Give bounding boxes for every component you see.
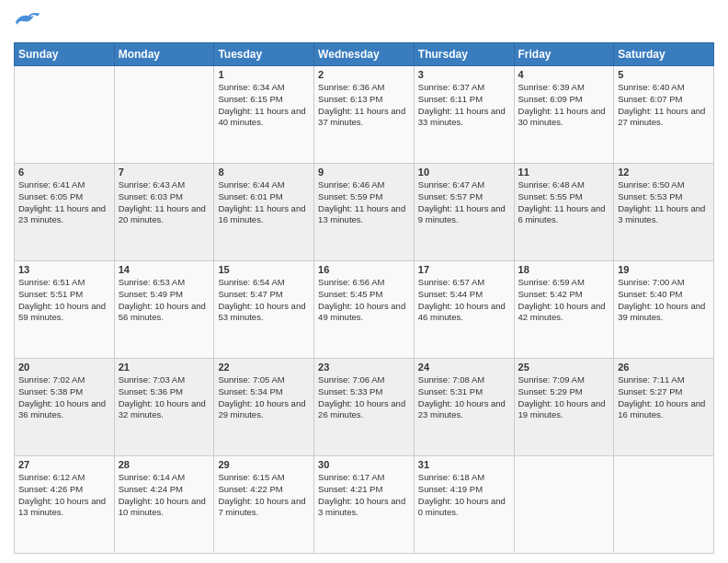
day-number: 18 (518, 264, 610, 275)
header-cell-saturday: Saturday (614, 43, 714, 66)
day-info: Sunrise: 6:43 AM Sunset: 6:03 PM Dayligh… (119, 179, 210, 226)
day-cell: 23Sunrise: 7:06 AM Sunset: 5:33 PM Dayli… (314, 359, 415, 456)
day-number: 17 (418, 264, 510, 275)
day-number: 26 (618, 362, 710, 373)
day-info: Sunrise: 6:56 AM Sunset: 5:45 PM Dayligh… (318, 277, 410, 324)
day-cell: 10Sunrise: 6:47 AM Sunset: 5:57 PM Dayli… (414, 164, 514, 261)
day-number: 22 (218, 362, 310, 373)
day-number: 19 (618, 264, 710, 275)
day-number: 6 (18, 167, 110, 178)
day-cell: 14Sunrise: 6:53 AM Sunset: 5:49 PM Dayli… (114, 261, 214, 359)
week-row-2: 13Sunrise: 6:51 AM Sunset: 5:51 PM Dayli… (15, 261, 714, 359)
day-info: Sunrise: 7:02 AM Sunset: 5:38 PM Dayligh… (18, 374, 110, 421)
day-cell (114, 66, 214, 164)
day-cell: 6Sunrise: 6:41 AM Sunset: 6:05 PM Daylig… (15, 164, 115, 261)
day-cell (614, 456, 714, 554)
day-info: Sunrise: 7:11 AM Sunset: 5:27 PM Dayligh… (618, 374, 710, 421)
day-number: 13 (18, 264, 110, 275)
day-number: 27 (18, 459, 110, 470)
day-cell: 8Sunrise: 6:44 AM Sunset: 6:01 PM Daylig… (214, 164, 314, 261)
day-cell: 26Sunrise: 7:11 AM Sunset: 5:27 PM Dayli… (614, 359, 714, 456)
day-number: 24 (418, 362, 510, 373)
day-number: 23 (318, 362, 410, 373)
week-row-3: 20Sunrise: 7:02 AM Sunset: 5:38 PM Dayli… (15, 359, 714, 456)
day-info: Sunrise: 6:39 AM Sunset: 6:09 PM Dayligh… (518, 82, 610, 129)
day-cell: 12Sunrise: 6:50 AM Sunset: 5:53 PM Dayli… (614, 164, 714, 261)
day-info: Sunrise: 6:18 AM Sunset: 4:19 PM Dayligh… (418, 472, 510, 519)
day-info: Sunrise: 6:53 AM Sunset: 5:49 PM Dayligh… (119, 277, 210, 324)
day-number: 16 (318, 264, 410, 275)
day-number: 1 (218, 69, 310, 80)
day-cell: 28Sunrise: 6:14 AM Sunset: 4:24 PM Dayli… (114, 456, 214, 554)
day-info: Sunrise: 7:08 AM Sunset: 5:31 PM Dayligh… (418, 374, 510, 421)
day-info: Sunrise: 6:40 AM Sunset: 6:07 PM Dayligh… (618, 82, 710, 129)
day-number: 9 (318, 167, 410, 178)
day-cell: 1Sunrise: 6:34 AM Sunset: 6:15 PM Daylig… (214, 66, 314, 164)
day-cell (15, 66, 115, 164)
day-number: 14 (119, 264, 210, 275)
day-cell: 2Sunrise: 6:36 AM Sunset: 6:13 PM Daylig… (314, 66, 415, 164)
day-number: 7 (119, 167, 210, 178)
day-cell: 16Sunrise: 6:56 AM Sunset: 5:45 PM Dayli… (314, 261, 415, 359)
day-number: 11 (518, 167, 610, 178)
header-cell-wednesday: Wednesday (314, 43, 415, 66)
day-info: Sunrise: 6:57 AM Sunset: 5:44 PM Dayligh… (418, 277, 510, 324)
day-cell: 17Sunrise: 6:57 AM Sunset: 5:44 PM Dayli… (414, 261, 514, 359)
logo-icon (14, 9, 40, 35)
day-info: Sunrise: 7:03 AM Sunset: 5:36 PM Dayligh… (119, 374, 210, 421)
day-number: 28 (119, 459, 210, 470)
day-info: Sunrise: 7:06 AM Sunset: 5:33 PM Dayligh… (318, 374, 410, 421)
day-info: Sunrise: 7:00 AM Sunset: 5:40 PM Dayligh… (618, 277, 710, 324)
day-info: Sunrise: 6:34 AM Sunset: 6:15 PM Dayligh… (218, 82, 310, 129)
day-cell: 25Sunrise: 7:09 AM Sunset: 5:29 PM Dayli… (514, 359, 614, 456)
header-cell-sunday: Sunday (15, 43, 115, 66)
header-cell-friday: Friday (514, 43, 614, 66)
day-info: Sunrise: 6:17 AM Sunset: 4:21 PM Dayligh… (318, 472, 410, 519)
header-cell-thursday: Thursday (414, 43, 514, 66)
day-number: 20 (18, 362, 110, 373)
day-info: Sunrise: 6:59 AM Sunset: 5:42 PM Dayligh… (518, 277, 610, 324)
week-row-0: 1Sunrise: 6:34 AM Sunset: 6:15 PM Daylig… (15, 66, 714, 164)
day-info: Sunrise: 7:09 AM Sunset: 5:29 PM Dayligh… (518, 374, 610, 421)
day-cell: 19Sunrise: 7:00 AM Sunset: 5:40 PM Dayli… (614, 261, 714, 359)
day-info: Sunrise: 6:50 AM Sunset: 5:53 PM Dayligh… (618, 179, 710, 226)
day-info: Sunrise: 6:41 AM Sunset: 6:05 PM Dayligh… (18, 179, 110, 226)
day-number: 31 (418, 459, 510, 470)
day-cell: 31Sunrise: 6:18 AM Sunset: 4:19 PM Dayli… (414, 456, 514, 554)
day-number: 25 (518, 362, 610, 373)
day-cell: 13Sunrise: 6:51 AM Sunset: 5:51 PM Dayli… (15, 261, 115, 359)
day-number: 3 (418, 69, 510, 80)
day-cell: 30Sunrise: 6:17 AM Sunset: 4:21 PM Dayli… (314, 456, 415, 554)
day-info: Sunrise: 7:05 AM Sunset: 5:34 PM Dayligh… (218, 374, 310, 421)
day-info: Sunrise: 6:48 AM Sunset: 5:55 PM Dayligh… (518, 179, 610, 226)
day-info: Sunrise: 6:15 AM Sunset: 4:22 PM Dayligh… (218, 472, 310, 519)
calendar-header: SundayMondayTuesdayWednesdayThursdayFrid… (15, 43, 714, 66)
header-row: SundayMondayTuesdayWednesdayThursdayFrid… (15, 43, 714, 66)
day-info: Sunrise: 6:37 AM Sunset: 6:11 PM Dayligh… (418, 82, 510, 129)
day-cell: 15Sunrise: 6:54 AM Sunset: 5:47 PM Dayli… (214, 261, 314, 359)
day-info: Sunrise: 6:54 AM Sunset: 5:47 PM Dayligh… (218, 277, 310, 324)
week-row-4: 27Sunrise: 6:12 AM Sunset: 4:26 PM Dayli… (15, 456, 714, 554)
day-number: 10 (418, 167, 510, 178)
day-info: Sunrise: 6:36 AM Sunset: 6:13 PM Dayligh… (318, 82, 410, 129)
day-cell: 7Sunrise: 6:43 AM Sunset: 6:03 PM Daylig… (114, 164, 214, 261)
day-info: Sunrise: 6:12 AM Sunset: 4:26 PM Dayligh… (18, 472, 110, 519)
day-cell: 11Sunrise: 6:48 AM Sunset: 5:55 PM Dayli… (514, 164, 614, 261)
day-cell: 4Sunrise: 6:39 AM Sunset: 6:09 PM Daylig… (514, 66, 614, 164)
header (14, 9, 714, 35)
header-cell-tuesday: Tuesday (214, 43, 314, 66)
logo (14, 9, 43, 35)
day-number: 29 (218, 459, 310, 470)
day-number: 21 (119, 362, 210, 373)
day-cell: 5Sunrise: 6:40 AM Sunset: 6:07 PM Daylig… (614, 66, 714, 164)
day-info: Sunrise: 6:46 AM Sunset: 5:59 PM Dayligh… (318, 179, 410, 226)
calendar-body: 1Sunrise: 6:34 AM Sunset: 6:15 PM Daylig… (15, 66, 714, 554)
day-cell: 22Sunrise: 7:05 AM Sunset: 5:34 PM Dayli… (214, 359, 314, 456)
calendar-table: SundayMondayTuesdayWednesdayThursdayFrid… (14, 42, 714, 554)
week-row-1: 6Sunrise: 6:41 AM Sunset: 6:05 PM Daylig… (15, 164, 714, 261)
day-number: 8 (218, 167, 310, 178)
day-cell: 18Sunrise: 6:59 AM Sunset: 5:42 PM Dayli… (514, 261, 614, 359)
day-number: 4 (518, 69, 610, 80)
day-number: 5 (618, 69, 710, 80)
day-cell: 9Sunrise: 6:46 AM Sunset: 5:59 PM Daylig… (314, 164, 415, 261)
